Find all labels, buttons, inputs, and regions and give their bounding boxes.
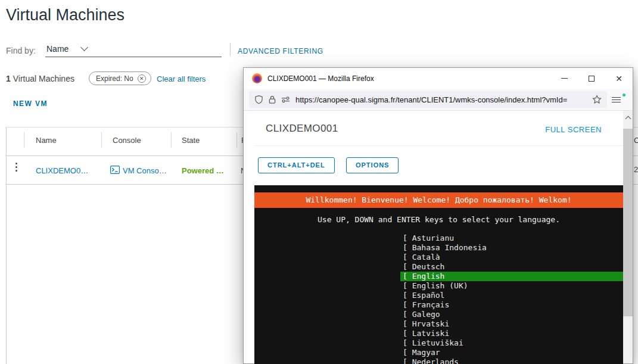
firefox-window: CLIXDEMO001 — Mozilla Firefox ✕ https://…	[243, 67, 633, 364]
column-separator	[24, 132, 24, 148]
minimize-icon	[561, 78, 568, 79]
column-separator	[171, 132, 172, 148]
shield-icon[interactable]	[254, 95, 263, 104]
filter-chip-expired[interactable]: Expired: No ✕	[89, 71, 151, 85]
clear-all-filters-link[interactable]: Clear all filters	[157, 74, 206, 83]
row-actions-kebab-icon[interactable]	[15, 163, 17, 172]
divider	[230, 43, 231, 56]
close-icon[interactable]: ✕	[138, 74, 146, 83]
vm-console-screen[interactable]: Willkommen! Bienvenue! Welcome! Добро по…	[254, 185, 623, 364]
language-option[interactable]: [ Hrvatski	[400, 319, 623, 329]
new-vm-button[interactable]: NEW VM	[13, 99, 48, 108]
url-bar[interactable]: https://canopee-qual.sigma.fr/tenant/CLI…	[249, 91, 607, 108]
browser-toolbar: https://canopee-qual.sigma.fr/tenant/CLI…	[244, 89, 633, 111]
bookmark-star-icon[interactable]	[592, 95, 602, 104]
language-option[interactable]: [ English	[400, 272, 623, 281]
console-page: CLIXDEMO001 FULL SCREEN CTRL+ALT+DEL OPT…	[244, 111, 633, 363]
chevron-down-icon	[80, 43, 88, 51]
close-button[interactable]: ✕	[605, 68, 633, 89]
advanced-filtering-link[interactable]: ADVANCED FILTERING	[238, 47, 323, 55]
find-by-label: Find by:	[6, 46, 36, 55]
language-option[interactable]: [ Galego	[400, 310, 623, 319]
language-option[interactable]: [ Bahasa Indonesia	[400, 243, 623, 253]
language-option[interactable]: [ Asturianu	[400, 234, 623, 243]
column-header-name[interactable]: Name	[36, 136, 57, 145]
language-option[interactable]: [ Latviski	[400, 329, 623, 338]
window-title: CLIXDEMO001 — Mozilla Firefox	[267, 74, 374, 83]
url-text[interactable]: https://canopee-qual.sigma.fr/tenant/CLI…	[295, 95, 587, 104]
lock-icon[interactable]	[269, 95, 276, 104]
result-count: 1 Virtual Machines	[6, 74, 74, 83]
permissions-icon[interactable]	[281, 96, 290, 103]
maximize-button[interactable]	[578, 68, 605, 89]
close-icon: ✕	[615, 74, 623, 83]
language-option[interactable]: [ Català	[400, 253, 623, 262]
column-header-clipped-right[interactable]: C	[634, 136, 638, 145]
vm-console-icon	[110, 166, 120, 174]
page-title: Virtual Machines	[6, 6, 125, 24]
firefox-logo-icon	[252, 73, 262, 83]
instruction-text: Use UP, DOWN and ENTER keys to select yo…	[254, 215, 623, 224]
welcome-banner: Willkommen! Bienvenue! Welcome! Добро по…	[254, 192, 623, 208]
find-by-selected-value: Name	[45, 44, 69, 54]
table-left-border	[6, 127, 7, 364]
vm-cell-clipped-right: 2	[634, 165, 638, 174]
language-option[interactable]: [ Deutsch	[400, 262, 623, 272]
result-count-number: 1	[6, 74, 11, 83]
scroll-up-button[interactable]	[623, 111, 633, 124]
language-option[interactable]: [ English (UK)	[400, 281, 623, 291]
vm-name-link[interactable]: CLIXDEMO0…	[36, 166, 88, 175]
find-by-select[interactable]: Name	[45, 41, 222, 57]
language-option[interactable]: [ Español	[400, 291, 623, 300]
language-option[interactable]: [ Français	[400, 300, 623, 310]
divider	[254, 145, 623, 146]
vm-state-value: Powered …	[182, 166, 224, 175]
column-separator	[236, 132, 237, 148]
window-titlebar[interactable]: CLIXDEMO001 — Mozilla Firefox ✕	[244, 68, 633, 89]
menu-icon[interactable]	[612, 91, 627, 108]
maximize-icon	[589, 76, 595, 82]
scrollbar-thumb[interactable]	[623, 129, 633, 316]
language-option[interactable]: [ Lietuviškai	[400, 338, 623, 348]
language-list: [ Asturianu[ Bahasa Indonesia[ Català[ D…	[254, 234, 623, 364]
chevron-up-icon	[625, 116, 631, 122]
ctrl-alt-del-button[interactable]: CTRL+ALT+DEL	[258, 157, 335, 173]
column-header-state[interactable]: State	[182, 136, 200, 145]
full-screen-link[interactable]: FULL SCREEN	[545, 125, 602, 134]
notification-dot	[622, 93, 626, 97]
column-header-console[interactable]: Console	[113, 136, 141, 145]
language-option[interactable]: [ Nederlands	[400, 357, 623, 364]
scrollbar[interactable]	[623, 111, 633, 363]
filter-chip-label: Expired: No	[96, 74, 133, 83]
vm-console-link[interactable]: VM Conso…	[123, 166, 167, 175]
minimize-button[interactable]	[550, 68, 578, 89]
result-count-label: Virtual Machines	[11, 74, 74, 83]
console-vm-name: CLIXDEMO001	[266, 123, 338, 135]
options-button[interactable]: OPTIONS	[346, 157, 399, 173]
column-separator	[101, 132, 102, 148]
language-option[interactable]: [ Magyar	[400, 348, 623, 357]
